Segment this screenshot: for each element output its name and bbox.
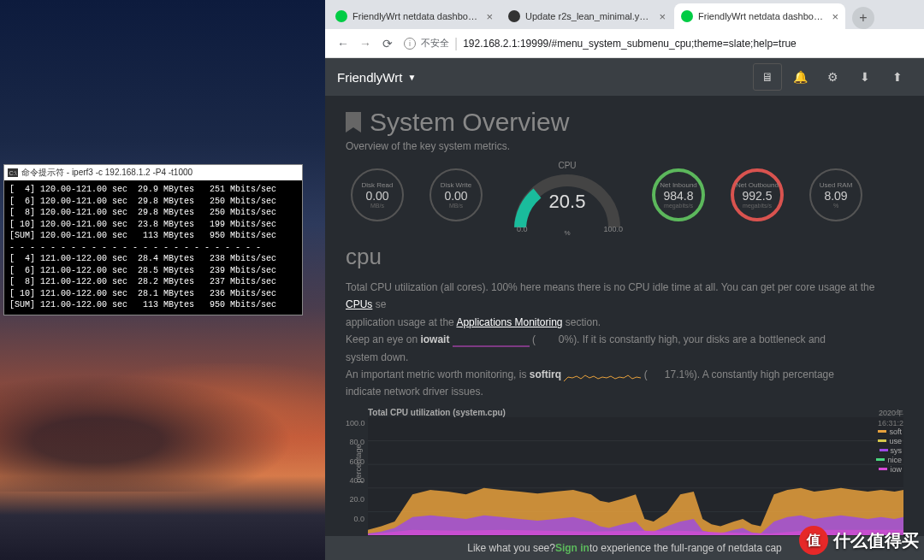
y-axis-label: percentage (354, 444, 363, 482)
cpu-desc-3: Keep an eye on iowait ( 0%). If it is co… (346, 331, 903, 348)
apps-link[interactable]: Applications Monitoring (456, 316, 562, 328)
chart-legend[interactable]: soft use sys nice iow (876, 427, 902, 475)
cmd-output[interactable]: [ 4] 120.00-121.00 sec 29.9 MBytes 251 M… (4, 180, 302, 315)
netdata-navbar: FriendlyWrt ▼ 🖥 🔔 ⚙ ⬇ ⬆ (325, 58, 924, 96)
tab-3-active[interactable]: FriendlyWrt netdata dashboard × (674, 3, 845, 29)
bookmark-icon (346, 112, 361, 133)
github-favicon (508, 10, 520, 22)
netdata-favicon (335, 10, 347, 22)
cpu-desc-1: Total CPU utilization (all cores). 100% … (346, 279, 903, 314)
netdata-favicon (681, 10, 693, 22)
gauge-cpu[interactable]: CPU 20.5 0.0 100.0 % (503, 161, 631, 232)
signin-link[interactable]: Sign in (555, 542, 589, 554)
upload-icon[interactable]: ⬆ (883, 63, 912, 91)
gauge-net-out[interactable]: Net Outbound 992.5 megabits/s (726, 161, 789, 229)
new-tab-button[interactable]: + (852, 7, 874, 29)
tab-strip: FriendlyWrt netdata dashboard × Update r… (325, 0, 924, 29)
browser-window: FriendlyWrt netdata dashboard × Update r… (325, 0, 924, 560)
watermark-badge: 值 (799, 526, 828, 555)
tab-3-text: FriendlyWrt netdata dashboard (698, 11, 826, 21)
chart-title: Total CPU utilization (system.cpu) (346, 408, 903, 417)
tab-1-text: FriendlyWrt netdata dashboard (352, 11, 481, 21)
netdata-page: FriendlyWrt ▼ 🖥 🔔 ⚙ ⬇ ⬆ System Overview … (325, 58, 924, 560)
netdata-content: System Overview Overview of the key syst… (325, 96, 924, 547)
gauge-ram[interactable]: Used RAM 8.09 % (804, 161, 868, 229)
tab-1[interactable]: FriendlyWrt netdata dashboard × (329, 3, 500, 29)
cloud-layer (0, 363, 325, 492)
section-cpu-title: cpu (346, 244, 903, 270)
gauge-disk-read[interactable]: Disk Read 0.00 MB/s (346, 161, 409, 229)
close-icon[interactable]: × (486, 10, 493, 23)
address-bar-row: ← → ⟳ i 不安全 | 192.168.2.1:19999/#menu_sy… (325, 29, 924, 58)
iowait-sparkline (453, 335, 530, 345)
watermark: 值 什么值得买 (799, 526, 919, 555)
back-button[interactable]: ← (332, 32, 354, 55)
page-subtitle: Overview of the key system metrics. (346, 140, 903, 152)
insecure-label[interactable]: 不安全 (421, 37, 449, 50)
gear-icon[interactable]: ⚙ (818, 63, 847, 91)
cpu-desc-4: system down. (346, 349, 903, 366)
cpus-link[interactable]: CPUs (346, 298, 372, 310)
page-title: System Overview (346, 108, 903, 137)
tab-2-text: Update r2s_lean_minimal.yml · k (525, 11, 654, 21)
command-prompt-window: C:\ 命令提示符 - iperf3 -c 192.168.1.2 -P4 -t… (3, 164, 303, 315)
site-info-icon[interactable]: i (404, 38, 416, 50)
chart-plot[interactable]: soft use sys nice iow (368, 417, 903, 535)
cpu-desc-2: application usage at the Applications Mo… (346, 314, 903, 331)
cpu-desc-6: indicate network driver issues. (346, 383, 903, 400)
close-icon[interactable]: × (659, 10, 666, 23)
close-icon[interactable]: × (832, 10, 838, 23)
monitor-icon[interactable]: 🖥 (753, 63, 782, 91)
forward-button[interactable]: → (354, 32, 376, 55)
cpu-desc-5: An important metric worth monitoring, is… (346, 366, 903, 383)
chevron-down-icon: ▼ (407, 73, 416, 82)
reload-button[interactable]: ⟳ (376, 32, 399, 55)
cpu-chart[interactable]: Total CPU utilization (system.cpu) 2020年… (346, 408, 903, 535)
cmd-title-text: 命令提示符 - iperf3 -c 192.168.1.2 -P4 -t1000 (21, 167, 192, 179)
nav-icons: 🖥 🔔 ⚙ ⬇ ⬆ (753, 63, 912, 91)
watermark-text: 什么值得买 (833, 529, 919, 552)
tab-2[interactable]: Update r2s_lean_minimal.yml · k × (501, 3, 672, 29)
download-icon[interactable]: ⬇ (850, 63, 880, 91)
gauge-net-in[interactable]: Net Inbound 984.8 megabits/s (647, 161, 710, 229)
gauge-disk-write[interactable]: Disk Write 0.00 MB/s (424, 161, 488, 229)
brand-dropdown[interactable]: FriendlyWrt ▼ (337, 70, 416, 85)
brand-text: FriendlyWrt (337, 70, 402, 85)
bell-icon[interactable]: 🔔 (785, 63, 814, 91)
h1-text: System Overview (370, 108, 569, 137)
url-text[interactable]: 192.168.2.1:19999/#menu_system_submenu_c… (463, 38, 917, 50)
cmd-icon: C:\ (8, 168, 18, 177)
softirq-sparkline (564, 370, 641, 380)
addr-separator: | (454, 36, 458, 51)
gauges-row: Disk Read 0.00 MB/s Disk Write 0.00 MB/s… (346, 161, 903, 232)
cmd-titlebar[interactable]: C:\ 命令提示符 - iperf3 -c 192.168.1.2 -P4 -t… (4, 165, 302, 180)
